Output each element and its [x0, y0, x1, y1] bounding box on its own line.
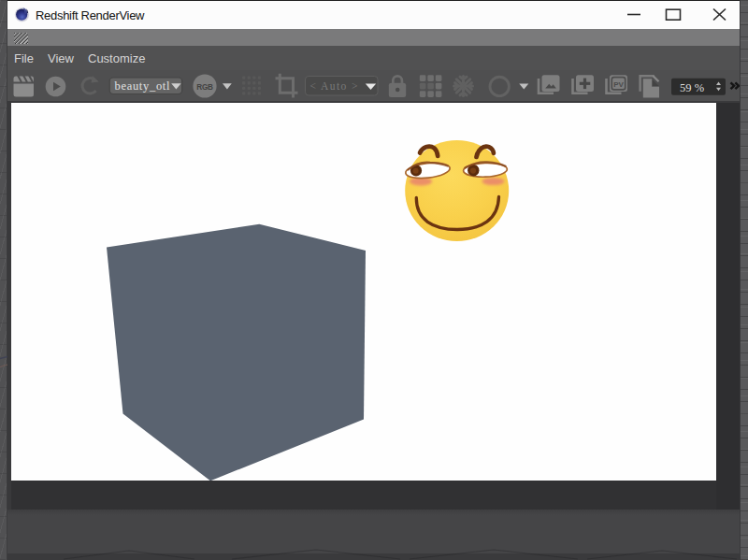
- svg-text:59 %: 59 %: [680, 81, 704, 94]
- svg-text:PV: PV: [613, 80, 624, 89]
- svg-text:RGB: RGB: [196, 83, 213, 92]
- svg-text:beauty_otl: beauty_otl: [115, 79, 171, 93]
